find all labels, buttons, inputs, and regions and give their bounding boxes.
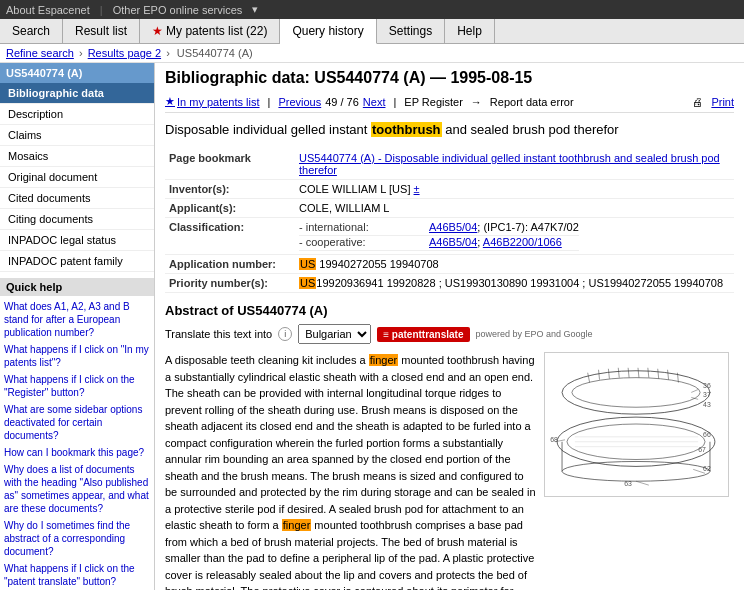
- intl-class-link[interactable]: A46B5/04: [429, 221, 477, 233]
- meta-value-app-number: US 19940272055 19940708: [295, 255, 734, 274]
- nav-links: Previous 49 / 76 Next: [278, 96, 385, 108]
- nav-search[interactable]: Search: [0, 19, 63, 43]
- patent-title-after: and sealed brush pod therefor: [442, 122, 619, 137]
- svg-point-28: [562, 462, 710, 482]
- bookmark-link[interactable]: US5440774 (A) - Disposable individual ge…: [299, 152, 720, 176]
- add-to-my-patents-link[interactable]: ★ In my patents list: [165, 95, 260, 108]
- meta-row-bookmark: Page bookmark US5440774 (A) - Disposable…: [165, 149, 734, 180]
- sidebar: US5440774 (A) Bibliographic data Descrip…: [0, 63, 155, 590]
- sidebar-item-inpadoc-legal[interactable]: INPADOC legal status: [0, 230, 154, 251]
- sidebar-item-description[interactable]: Description: [0, 104, 154, 125]
- qh-link-3[interactable]: What happens if I click on the "Register…: [4, 373, 150, 399]
- nav-result-list[interactable]: Result list: [63, 19, 140, 43]
- intl-label: - international:: [299, 221, 429, 236]
- patent-drawing-svg: 36 37 43 68 66 67 63 62: [544, 352, 729, 497]
- meta-label-app-number: Application number:: [165, 255, 295, 274]
- quick-help-header: Quick help: [0, 278, 154, 296]
- meta-row-classification: Classification: - international: A46B5/0…: [165, 218, 734, 255]
- coop-label: - cooperative:: [299, 236, 429, 251]
- svg-text:36: 36: [703, 382, 711, 389]
- breadcrumb-results[interactable]: Results page 2: [88, 47, 161, 59]
- coop-class-link1[interactable]: A46B5/04: [429, 236, 477, 248]
- printer-icon: 🖨: [692, 96, 703, 108]
- nav-bar: Search Result list ★My patents list (22)…: [0, 19, 744, 44]
- svg-line-8: [648, 368, 649, 378]
- meta-label-bookmark: Page bookmark: [165, 149, 295, 180]
- sidebar-header: US5440774 (A): [0, 63, 154, 83]
- svg-line-2: [588, 373, 590, 383]
- svg-text:43: 43: [703, 401, 711, 408]
- svg-line-26: [691, 398, 698, 400]
- previous-link[interactable]: Previous: [278, 96, 321, 108]
- svg-text:67: 67: [698, 446, 706, 453]
- abstract-text: A disposable teeth cleaning kit includes…: [165, 352, 536, 590]
- svg-line-3: [599, 370, 600, 380]
- qh-link-7[interactable]: Why do I sometimes find the abstract of …: [4, 519, 150, 558]
- qh-link-2[interactable]: What happens if I click on "In my patent…: [4, 343, 150, 369]
- top-menu-bar: About Espacenet | Other EPO online servi…: [0, 0, 744, 19]
- svg-line-7: [638, 368, 639, 378]
- svg-line-9: [658, 369, 659, 379]
- svg-line-4: [608, 369, 609, 379]
- sidebar-item-claims[interactable]: Claims: [0, 125, 154, 146]
- qh-link-6[interactable]: Why does a list of documents with the he…: [4, 463, 150, 515]
- classification-subtable: - international: A46B5/04; (IPC1-7): A47…: [299, 221, 579, 251]
- translate-row: Translate this text into i Bulgarian ≡ p…: [165, 324, 734, 344]
- meta-row-priority: Priority number(s): US19920936941 199208…: [165, 274, 734, 293]
- action-bar: ★ In my patents list | Previous 49 / 76 …: [165, 95, 734, 113]
- svg-line-25: [691, 390, 698, 393]
- print-button[interactable]: Print: [711, 96, 734, 108]
- breadcrumb-refine[interactable]: Refine search: [6, 47, 74, 59]
- info-icon[interactable]: i: [278, 327, 292, 341]
- metadata-table: Page bookmark US5440774 (A) - Disposable…: [165, 149, 734, 293]
- sidebar-item-bib-data[interactable]: Bibliographic data: [0, 83, 154, 104]
- abstract-layout: A disposable teeth cleaning kit includes…: [165, 352, 734, 590]
- counter: 49 / 76: [325, 96, 359, 108]
- inventor-plus[interactable]: ±: [414, 183, 420, 195]
- meta-row-inventor: Inventor(s): COLE WILLIAM L [US] ±: [165, 180, 734, 199]
- action-bar-right: 🖨 Print: [692, 96, 734, 108]
- sidebar-item-cited-docs[interactable]: Cited documents: [0, 188, 154, 209]
- sidebar-item-mosaics[interactable]: Mosaics: [0, 146, 154, 167]
- language-select[interactable]: Bulgarian: [298, 324, 371, 344]
- chevron-icon: ▾: [252, 3, 258, 16]
- next-link[interactable]: Next: [363, 96, 386, 108]
- qh-link-1[interactable]: What does A1, A2, A3 and B stand for aft…: [4, 300, 150, 339]
- nav-my-patents[interactable]: ★My patents list (22): [140, 19, 280, 43]
- qh-link-5[interactable]: How can I bookmark this page?: [4, 446, 150, 459]
- sidebar-item-citing-docs[interactable]: Citing documents: [0, 209, 154, 230]
- meta-value-priority: US19920936941 19920828 ; US19930130890 1…: [295, 274, 734, 293]
- meta-value-bookmark: US5440774 (A) - Disposable individual ge…: [295, 149, 734, 180]
- qh-link-8[interactable]: What happens if I click on the "patent t…: [4, 562, 150, 588]
- nav-query-history[interactable]: Query history: [280, 19, 376, 44]
- nav-help[interactable]: Help: [445, 19, 495, 43]
- my-patents-list-label: In my patents list: [177, 96, 260, 108]
- nav-settings[interactable]: Settings: [377, 19, 445, 43]
- meta-label-priority: Priority number(s):: [165, 274, 295, 293]
- qh-link-4[interactable]: What are some sidebar options deactivate…: [4, 403, 150, 442]
- ep-register-link[interactable]: EP Register: [404, 96, 463, 108]
- meta-row-app-number: Application number: US 19940272055 19940…: [165, 255, 734, 274]
- patent-translate-badge[interactable]: ≡ patenttranslate: [377, 327, 469, 342]
- abstract-title: Abstract of US5440774 (A): [165, 303, 734, 318]
- meta-row-applicant: Applicant(s): COLE, WILLIAM L: [165, 199, 734, 218]
- meta-value-classification: - international: A46B5/04; (IPC1-7): A47…: [295, 218, 734, 255]
- patent-title-before: Disposable individual gelled instant: [165, 122, 371, 137]
- svg-text:66: 66: [703, 431, 711, 438]
- sidebar-item-inpadoc-family[interactable]: INPADOC patent family: [0, 251, 154, 272]
- powered-by-text: powered by EPO and Google: [476, 329, 593, 339]
- sidebar-item-original-doc[interactable]: Original document: [0, 167, 154, 188]
- svg-line-10: [668, 370, 669, 380]
- svg-text:68: 68: [550, 436, 558, 443]
- app-number-prefix: US: [299, 258, 316, 270]
- quick-help-links: What does A1, A2, A3 and B stand for aft…: [0, 296, 154, 590]
- coop-class-link2[interactable]: A46B2200/1066: [483, 236, 562, 248]
- svg-point-0: [562, 371, 710, 414]
- coop-value: A46B5/04; A46B2200/1066: [429, 236, 579, 251]
- breadcrumb: Refine search › Results page 2 › US54407…: [0, 44, 744, 63]
- report-error-link[interactable]: Report data error: [490, 96, 574, 108]
- other-epo-link[interactable]: Other EPO online services: [113, 4, 243, 16]
- highlighted-word: toothbrush: [371, 122, 442, 137]
- meta-label-applicant: Applicant(s):: [165, 199, 295, 218]
- breadcrumb-current: US5440774 (A): [177, 47, 253, 59]
